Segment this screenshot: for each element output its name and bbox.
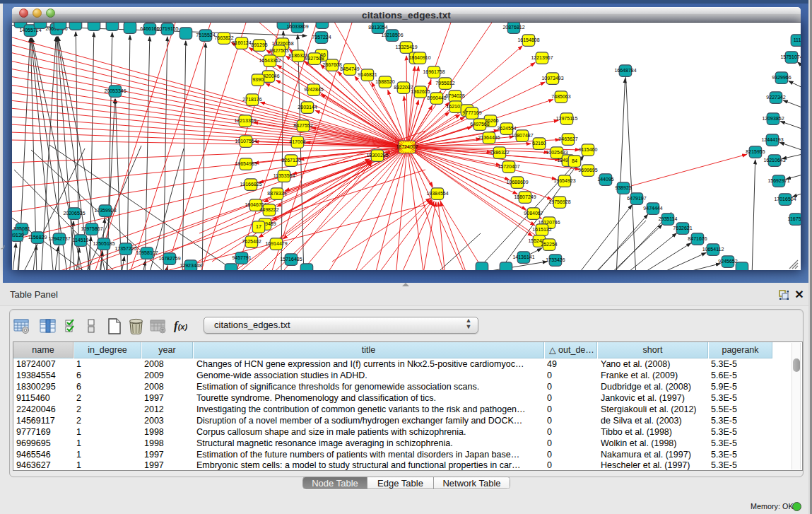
svg-text:2718176: 2718176 — [242, 97, 261, 102]
svg-text:12213967: 12213967 — [531, 55, 553, 60]
svg-text:9329966: 9329966 — [772, 75, 791, 80]
svg-text:9245652: 9245652 — [718, 259, 737, 264]
svg-text:9242845: 9242845 — [304, 87, 323, 92]
svg-text:9327508: 9327508 — [305, 56, 324, 61]
svg-text:6794028: 6794028 — [445, 93, 464, 98]
svg-text:10975867: 10975867 — [81, 226, 102, 231]
svg-text:938923: 938923 — [615, 185, 631, 190]
svg-text:10688609: 10688609 — [506, 180, 528, 185]
svg-text:1733426: 1733426 — [546, 257, 565, 262]
svg-text:19166825: 19166825 — [240, 182, 261, 187]
svg-text:12444193: 12444193 — [761, 137, 783, 142]
svg-text:16914479: 16914479 — [265, 241, 287, 246]
svg-text:7485063: 7485063 — [551, 94, 570, 99]
svg-text:9699695: 9699695 — [578, 168, 597, 173]
svg-text:16154808: 16154808 — [517, 37, 539, 42]
svg-text:111: 111 — [794, 37, 801, 42]
svg-text:7625402: 7625402 — [242, 239, 261, 244]
svg-text:10107554: 10107554 — [235, 139, 257, 144]
svg-text:13325419: 13325419 — [395, 45, 417, 49]
svg-text:144095: 144095 — [597, 177, 613, 182]
svg-text:12505185: 12505185 — [93, 241, 114, 246]
svg-text:1588520: 1588520 — [375, 79, 394, 84]
svg-text:8215955: 8215955 — [746, 149, 765, 154]
svg-text:9115460: 9115460 — [579, 147, 598, 152]
svg-text:16543362: 16543362 — [259, 58, 281, 63]
svg-text:16961758: 16961758 — [423, 69, 445, 74]
svg-text:62160: 62160 — [532, 141, 546, 146]
svg-text:7886322: 7886322 — [490, 150, 509, 155]
svg-text:417004: 417004 — [289, 139, 305, 144]
svg-text:12942737: 12942737 — [48, 236, 70, 241]
svg-text:9463627: 9463627 — [558, 136, 577, 141]
svg-text:18807249: 18807249 — [514, 194, 536, 199]
svg-text:20876812: 20876812 — [502, 25, 524, 30]
svg-text:19654923: 19654923 — [553, 178, 575, 183]
svg-text:16782759: 16782759 — [158, 256, 180, 261]
svg-text:15720407: 15720407 — [498, 164, 519, 169]
svg-text:10807487: 10807487 — [511, 133, 533, 138]
svg-text:8813054: 8813054 — [368, 25, 387, 30]
svg-text:1615132: 1615132 — [532, 227, 551, 232]
svg-text:12093852: 12093852 — [762, 116, 784, 121]
svg-text:1362615: 1362615 — [411, 89, 430, 94]
svg-text:891295: 891295 — [251, 42, 267, 47]
svg-text:15692971: 15692971 — [767, 178, 789, 183]
svg-text:17357225: 17357225 — [114, 246, 136, 251]
svg-text:17: 17 — [256, 224, 261, 229]
svg-text:7357224: 7357224 — [312, 35, 331, 40]
svg-text:15751074: 15751074 — [780, 54, 801, 59]
svg-text:1156829: 1156829 — [28, 235, 47, 240]
svg-text:9390: 9390 — [252, 77, 264, 82]
svg-text:8471676: 8471676 — [688, 236, 707, 241]
svg-text:7632621: 7632621 — [673, 226, 692, 230]
svg-text:18300295: 18300295 — [366, 153, 388, 158]
svg-text:10719155: 10719155 — [156, 26, 178, 31]
svg-text:11353594: 11353594 — [273, 173, 295, 178]
svg-text:6497568: 6497568 — [470, 122, 489, 127]
svg-text:9327503: 9327503 — [269, 48, 288, 53]
svg-text:7955812: 7955812 — [435, 81, 454, 86]
svg-text:18724007: 18724007 — [396, 144, 418, 149]
svg-text:84: 84 — [572, 158, 577, 163]
svg-text:2367608: 2367608 — [322, 62, 341, 67]
svg-text:12975115: 12975115 — [556, 116, 578, 121]
svg-text:8267130: 8267130 — [281, 158, 300, 163]
svg-text:16648784: 16648784 — [614, 68, 636, 73]
svg-text:7515524: 7515524 — [196, 33, 215, 37]
svg-text:19654985: 19654985 — [235, 161, 257, 166]
svg-text:21364436: 21364436 — [478, 135, 500, 140]
svg-text:252254: 252254 — [541, 242, 557, 247]
svg-text:8427552: 8427552 — [293, 123, 312, 128]
svg-text:4498222: 4498222 — [259, 207, 278, 212]
svg-text:9474444: 9474444 — [643, 206, 662, 211]
svg-text:3624554: 3624554 — [497, 126, 516, 131]
svg-text:10958107: 10958107 — [136, 250, 158, 255]
svg-text:16033809: 16033809 — [286, 24, 308, 29]
svg-text:8990448: 8990448 — [427, 95, 446, 100]
svg-text:10973493: 10973493 — [541, 76, 563, 81]
svg-text:10025433: 10025433 — [546, 150, 567, 155]
svg-text:8454749: 8454749 — [340, 66, 359, 71]
svg-text:20206535: 20206535 — [63, 211, 85, 216]
svg-text:39139: 39139 — [12, 233, 24, 238]
svg-text:8160124: 8160124 — [232, 40, 251, 45]
svg-text:9457791: 9457791 — [232, 255, 251, 260]
svg-text:9084067: 9084067 — [524, 211, 543, 216]
svg-text:8878334: 8878334 — [267, 191, 286, 196]
svg-text:19756928: 19756928 — [548, 199, 570, 204]
svg-text:18640910: 18640910 — [408, 55, 430, 60]
svg-text:2803144: 2803144 — [298, 105, 317, 110]
svg-text:7663822: 7663822 — [214, 35, 233, 40]
svg-text:12213369: 12213369 — [234, 118, 256, 123]
svg-text:19218506: 19218506 — [381, 33, 403, 37]
svg-text:2935114: 2935114 — [659, 216, 678, 221]
svg-text:20053346: 20053346 — [104, 88, 126, 93]
svg-text:17016504: 17016504 — [774, 197, 796, 201]
svg-text:17359928: 17359928 — [94, 208, 116, 213]
svg-text:9146821: 9146821 — [358, 72, 377, 77]
svg-text:6479197: 6479197 — [627, 196, 646, 201]
svg-text:16210643: 16210643 — [763, 158, 785, 163]
svg-text:15716485: 15716485 — [280, 257, 302, 262]
svg-text:10654112: 10654112 — [702, 247, 724, 252]
